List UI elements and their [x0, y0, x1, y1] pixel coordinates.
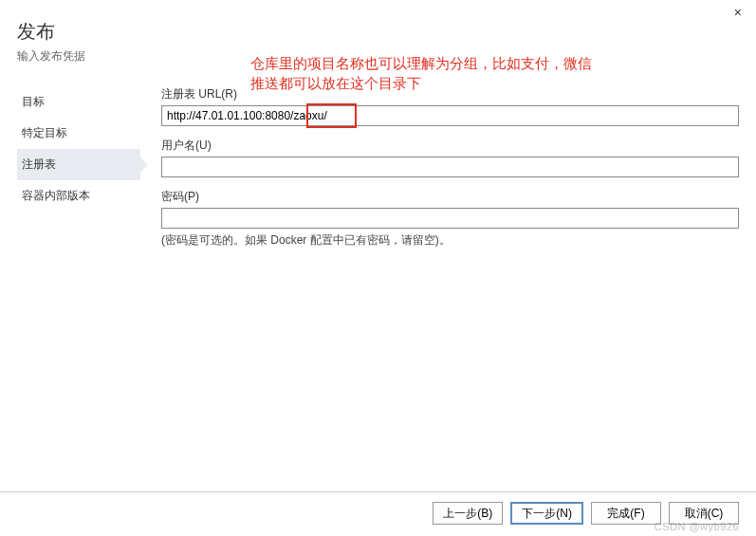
publish-dialog: × 发布 输入发布凭据 目标 特定目标 注册表 容器内部版本 仓库里的项目名称也… — [0, 0, 756, 536]
password-input[interactable] — [161, 208, 739, 229]
form-area: 仓库里的项目名称也可以理解为分组，比如支付，微信 推送都可以放在这个目录下 注册… — [140, 86, 739, 260]
sidebar-item-specific-target[interactable]: 特定目标 — [17, 118, 140, 149]
username-label: 用户名(U) — [161, 138, 739, 154]
password-group: 密码(P) (密码是可选的。如果 Docker 配置中已有密码，请留空)。 — [161, 189, 739, 249]
annotation-text: 仓库里的项目名称也可以理解为分组，比如支付，微信 推送都可以放在这个目录下 — [250, 53, 592, 93]
sidebar-item-target[interactable]: 目标 — [17, 86, 140, 118]
close-icon[interactable]: × — [734, 5, 742, 20]
password-label: 密码(P) — [161, 189, 739, 205]
finish-button[interactable]: 完成(F) — [591, 502, 661, 525]
next-button[interactable]: 下一步(N) — [510, 502, 583, 525]
prev-button[interactable]: 上一步(B) — [433, 502, 503, 525]
sidebar: 目标 特定目标 注册表 容器内部版本 — [17, 86, 140, 260]
password-hint: (密码是可选的。如果 Docker 配置中已有密码，请留空)。 — [161, 232, 739, 249]
username-input[interactable] — [161, 157, 739, 177]
content-area: 目标 特定目标 注册表 容器内部版本 仓库里的项目名称也可以理解为分组，比如支付… — [0, 72, 756, 260]
sidebar-item-registry[interactable]: 注册表 — [17, 149, 140, 180]
annotation-line2: 推送都可以放在这个目录下 — [250, 73, 592, 93]
footer: 上一步(B) 下一步(N) 完成(F) 取消(C) — [0, 491, 756, 536]
cancel-button[interactable]: 取消(C) — [669, 502, 739, 525]
registry-url-input[interactable] — [161, 105, 739, 126]
sidebar-item-container-version[interactable]: 容器内部版本 — [17, 180, 140, 212]
page-title: 发布 — [17, 19, 739, 45]
annotation-line1: 仓库里的项目名称也可以理解为分组，比如支付，微信 — [250, 53, 592, 73]
username-group: 用户名(U) — [161, 138, 739, 177]
